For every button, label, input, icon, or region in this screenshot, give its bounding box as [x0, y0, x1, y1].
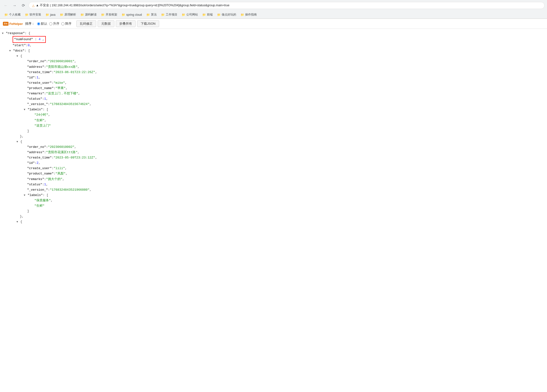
folder-icon: 📁: [161, 13, 165, 16]
order2-id-val: 2: [37, 160, 39, 166]
numfound-line: "numFound" : 4 ,: [7, 36, 547, 43]
obj1-open: ▼ {: [15, 53, 547, 59]
folder-icon: 📁: [182, 13, 185, 16]
fix-encoding-button[interactable]: 乱码修正: [76, 20, 96, 27]
reload-button[interactable]: ⟳: [20, 2, 27, 9]
bookmark-label: 软件安装: [30, 13, 41, 17]
order1-create-time-val: "2023-06-01T23:22:26Z": [54, 70, 95, 75]
meta-button[interactable]: 元数据: [98, 20, 114, 27]
sort-asc-radio[interactable]: [49, 22, 52, 25]
obj2-close: },: [15, 214, 547, 219]
start-value: 0: [28, 43, 30, 48]
folder-icon: 📁: [25, 13, 29, 16]
order1-id-val: 1: [37, 75, 39, 80]
toggle-response[interactable]: ▼: [2, 31, 5, 36]
bookmark-framework[interactable]: 📁 开发框架: [99, 12, 119, 17]
sort-desc[interactable]: 降序: [61, 22, 71, 26]
order2-address: "address" : "贵阳市花溪区ttt路" ,: [22, 150, 547, 155]
order2-create-time: "create_time" : "2023-05-09T23:23:12Z" ,: [22, 155, 547, 160]
order2-create-user-val: "lili": [54, 166, 65, 171]
bookmark-springcloud[interactable]: 📁 spring cloud: [120, 12, 144, 17]
bookmark-fun[interactable]: 📁 做点好玩的: [215, 12, 238, 17]
folder-icon: 📁: [146, 13, 150, 16]
address-bar[interactable]: △ ▲ 不安全 | 192.168.244.41:8983/solr/order…: [29, 2, 545, 9]
bookmark-label: java: [50, 13, 55, 16]
json-content: ▼ "response" : { "numFound" : 4 , "start…: [0, 29, 547, 226]
browser-chrome: ← → ⟳ △ ▲ 不安全 | 192.168.244.41:8983/solr…: [0, 0, 547, 19]
bookmark-frontend[interactable]: 📁 前端: [200, 12, 215, 17]
order2-order-no: "order_no" : "202306010002" ,: [22, 144, 547, 150]
toggle-order1-labels[interactable]: ▼: [24, 107, 27, 112]
toggle-obj2[interactable]: ▼: [16, 140, 20, 144]
folder-icon: 📁: [80, 13, 84, 16]
forward-button[interactable]: →: [11, 2, 18, 9]
security-icon: △: [32, 4, 34, 7]
order2-id: "id" : 2 ,: [22, 160, 547, 166]
start-line: "start" : 0 ,: [7, 43, 547, 48]
sort-label: 排序：: [25, 22, 35, 26]
bookmark-label: 工作项目: [166, 13, 177, 17]
sort-default-label: 默认: [41, 22, 47, 26]
start-key: "start": [13, 43, 26, 48]
numfound-key: "numFound": [14, 38, 33, 41]
numfound-value: 4: [39, 38, 40, 41]
sort-desc-radio[interactable]: [61, 22, 64, 25]
order1-labels-close: ]: [22, 128, 547, 134]
order1-order-no-val: "202306010001": [48, 59, 74, 64]
order2-create-user: "create_user" : "lili" ,: [22, 166, 547, 171]
sort-default[interactable]: 默认: [37, 22, 47, 26]
bookmark-label: 前端: [207, 13, 213, 17]
bookmarks-bar: 📁 个人收藏 📁 软件安装 📁 java 📁 原理解析 📁 源码解读 📁 开发框…: [0, 11, 547, 19]
sort-default-radio[interactable]: [37, 22, 40, 25]
order2-product-name: "product_name" : "凤梨" ,: [22, 171, 547, 176]
order1-address-val: "贵阳市观山湖xxx路": [46, 64, 78, 70]
bookmark-principle[interactable]: 📁 原理解析: [58, 12, 78, 17]
sort-desc-label: 降序: [65, 22, 71, 26]
bookmark-label: 开发框架: [106, 13, 117, 17]
response-key: "response": [6, 31, 25, 36]
toggle-obj1[interactable]: ▼: [16, 54, 20, 59]
bookmark-label: 算法: [151, 13, 157, 17]
folder-icon: 📁: [101, 13, 105, 16]
order2-label-1: "保质服务" ,: [29, 198, 547, 203]
fehelper-logo: FH FeHelper: [3, 22, 23, 26]
bookmark-java[interactable]: 📁 java: [44, 12, 57, 17]
order2-version-val: "1768324843521966080": [50, 187, 90, 193]
order1-status-val: 1: [44, 96, 46, 102]
bookmark-algorithm[interactable]: 📁 算法: [144, 12, 159, 17]
order2-status: "status" : 1 ,: [22, 182, 547, 187]
toggle-obj3[interactable]: ▼: [16, 220, 20, 224]
bookmark-guide[interactable]: 📁 操作指南: [239, 12, 259, 17]
folder-icon: 📁: [217, 13, 221, 16]
toggle-order2-labels[interactable]: ▼: [24, 193, 27, 198]
bookmark-personal[interactable]: 📁 个人收藏: [2, 12, 23, 17]
browser-nav: ← → ⟳ △ ▲ 不安全 | 192.168.244.41:8983/solr…: [0, 0, 547, 11]
bookmark-label: 原理解析: [64, 13, 76, 17]
numfound-highlight: "numFound" : 4 ,: [13, 36, 46, 43]
folder-icon: 📁: [202, 13, 206, 16]
obj1-close: },: [15, 134, 547, 139]
bookmark-software[interactable]: 📁 软件安装: [23, 12, 43, 17]
url-text: ▲ 不安全 | 192.168.244.41:8983/solr/orders/…: [36, 3, 229, 8]
toggle-docs[interactable]: ▼: [9, 49, 13, 53]
order1-label-3: "送货上门": [29, 123, 547, 128]
order1-address: "address" : "贵阳市观山湖xxx路" ,: [22, 64, 547, 70]
fehelper-toolbar: FH FeHelper 排序： 默认 升序 降序 乱码修正 元数据 折叠所有 下…: [0, 19, 547, 29]
order1-label-1: "24小时" ,: [29, 112, 547, 118]
order1-version-val: "1768324843515674624": [50, 102, 90, 107]
order2-version: "_version_" : "1768324843521966080" ,: [22, 187, 547, 193]
bookmark-source[interactable]: 📁 源码解读: [78, 12, 99, 17]
download-json-button[interactable]: 下载JSON: [137, 20, 159, 27]
bookmark-work[interactable]: 📁 工作项目: [159, 12, 179, 17]
bookmark-label: 操作指南: [245, 13, 257, 17]
order1-labels-key: ▼ "labels" : [: [22, 107, 547, 112]
order2-label-2: "生鲜": [29, 203, 547, 209]
order2-remarks-val: "挑大个的": [46, 177, 63, 182]
order2-status-val: 1: [44, 182, 46, 187]
bookmark-company[interactable]: 📁 公司网站: [180, 12, 200, 17]
back-button[interactable]: ←: [2, 2, 9, 9]
sort-asc[interactable]: 升序: [49, 22, 59, 26]
obj3-open: ▼ {: [15, 219, 547, 225]
fold-all-button[interactable]: 折叠所有: [116, 20, 136, 27]
bookmark-label: 公司网站: [186, 13, 198, 17]
